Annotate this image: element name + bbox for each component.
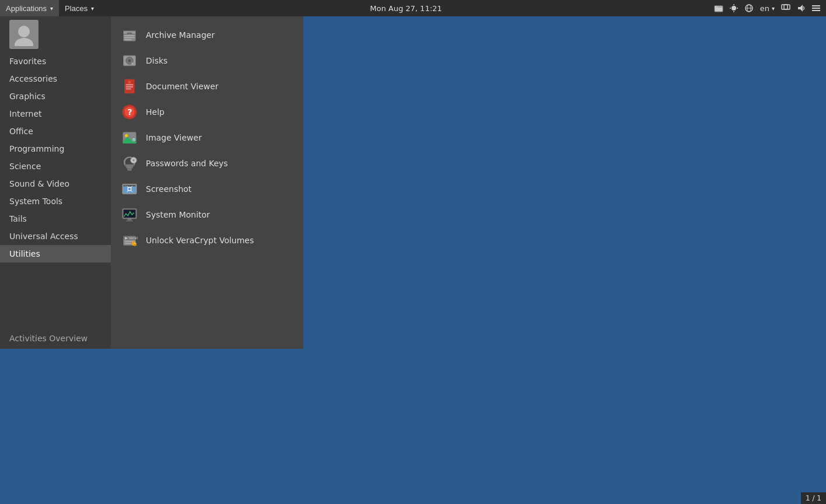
- svg-rect-63: [125, 243, 132, 244]
- app-item-document-viewer[interactable]: Document Viewer: [111, 74, 303, 99]
- app-item-unlock-veracrypt[interactable]: ▶ VeraCrypt 🔓 Unlock VeraCrypt Volumes: [111, 228, 303, 253]
- places-label: Places: [65, 4, 88, 13]
- sidebar-item-science[interactable]: Science: [0, 158, 111, 175]
- sidebar-item-programming[interactable]: Programming: [0, 140, 111, 158]
- sidebar: FavoritesAccessoriesGraphicsInternetOffi…: [0, 52, 111, 262]
- applications-menu-button[interactable]: Applications ▾: [0, 0, 59, 16]
- sidebar-item-universal-access[interactable]: Universal Access: [0, 228, 111, 245]
- image-viewer-icon: 🔍: [120, 128, 139, 147]
- svg-rect-31: [126, 89, 131, 90]
- svg-point-16: [18, 26, 30, 37]
- screenshot-label: Screenshot: [146, 184, 191, 194]
- system-monitor-icon: [120, 205, 139, 224]
- taskbar: Applications ▾ Places ▾ Mon Aug 27, 11:2…: [0, 0, 826, 16]
- language-button[interactable]: en ▾: [758, 0, 777, 16]
- image-viewer-label: Image Viewer: [146, 133, 202, 142]
- app-item-help[interactable]: ? Help: [111, 99, 303, 125]
- svg-text:▶ VeraCrypt: ▶ VeraCrypt: [125, 236, 138, 240]
- taskbar-center: Mon Aug 27, 11:21: [100, 4, 712, 13]
- sidebar-item-graphics[interactable]: Graphics: [0, 88, 111, 105]
- app-item-disks[interactable]: Disks: [111, 48, 303, 74]
- unlock-veracrypt-label: Unlock VeraCrypt Volumes: [146, 236, 254, 245]
- app-item-passwords-keys[interactable]: Passwords and Keys: [111, 150, 303, 176]
- svg-rect-49: [124, 186, 127, 186]
- svg-rect-14: [812, 8, 820, 9]
- sidebar-item-accessories[interactable]: Accessories: [0, 70, 111, 88]
- svg-rect-23: [124, 39, 131, 40]
- svg-rect-11: [784, 5, 790, 9]
- archive-manager-icon: [120, 26, 139, 44]
- sidebar-item-sound-video[interactable]: Sound & Video: [0, 175, 111, 192]
- svg-rect-56: [124, 209, 136, 218]
- svg-rect-22: [124, 37, 135, 38]
- svg-text:🔍: 🔍: [132, 137, 138, 143]
- unlock-veracrypt-icon: ▶ VeraCrypt 🔓: [120, 231, 139, 250]
- app-item-system-monitor[interactable]: System Monitor: [111, 202, 303, 228]
- svg-point-32: [128, 80, 131, 83]
- svg-point-2: [732, 6, 736, 10]
- sidebar-item-favorites[interactable]: Favorites: [0, 52, 111, 70]
- language-dropdown-arrow: ▾: [772, 5, 775, 12]
- svg-rect-21: [124, 35, 135, 36]
- settings-icon[interactable]: [810, 2, 822, 15]
- svg-point-17: [15, 38, 33, 46]
- svg-rect-1: [715, 6, 718, 8]
- apps-panel: Archive Manager Disks Document Viewer: [111, 16, 303, 349]
- svg-rect-20: [127, 33, 132, 34]
- help-icon: ?: [120, 103, 139, 121]
- svg-rect-58: [126, 220, 133, 222]
- taskbar-left: Applications ▾ Places ▾: [0, 0, 100, 16]
- user-avatar: [9, 20, 38, 49]
- svg-text:?: ?: [128, 107, 132, 117]
- disks-icon: [120, 51, 139, 70]
- svg-rect-29: [126, 85, 133, 86]
- svg-text:🔓: 🔓: [132, 241, 138, 246]
- places-menu-button[interactable]: Places ▾: [59, 0, 100, 16]
- application-menu: FavoritesAccessoriesGraphicsInternetOffi…: [0, 16, 303, 349]
- sidebar-item-tails[interactable]: Tails: [0, 210, 111, 228]
- applications-dropdown-arrow: ▾: [50, 5, 53, 12]
- system-monitor-label: System Monitor: [146, 210, 210, 219]
- taskbar-right: en ▾: [712, 0, 826, 16]
- svg-point-45: [132, 159, 135, 162]
- svg-rect-15: [812, 10, 820, 11]
- sidebar-item-office[interactable]: Office: [0, 123, 111, 140]
- datetime-display: Mon Aug 27, 11:21: [370, 4, 442, 13]
- network-icon[interactable]: [743, 2, 755, 15]
- disks-label: Disks: [146, 56, 167, 65]
- archive-manager-label: Archive Manager: [146, 30, 215, 40]
- status-label: 1 / 1: [806, 494, 821, 502]
- svg-rect-13: [812, 5, 820, 6]
- screenshot-icon: [120, 180, 139, 198]
- document-viewer-icon: [120, 77, 139, 96]
- sidebar-item-internet[interactable]: Internet: [0, 105, 111, 123]
- passwords-keys-icon: [120, 154, 139, 173]
- app-item-archive-manager[interactable]: Archive Manager: [111, 22, 303, 48]
- svg-marker-12: [798, 5, 803, 12]
- apps-list: Archive Manager Disks Document Viewer: [111, 22, 303, 253]
- svg-rect-30: [126, 86, 133, 88]
- applications-label: Applications: [6, 4, 47, 13]
- help-label: Help: [146, 107, 164, 117]
- passwords-keys-label: Passwords and Keys: [146, 159, 228, 168]
- brightness-icon[interactable]: [727, 2, 740, 15]
- sidebar-item-system-tools[interactable]: System Tools: [0, 192, 111, 210]
- svg-point-27: [132, 63, 134, 65]
- svg-point-26: [128, 59, 131, 62]
- places-dropdown-arrow: ▾: [91, 5, 94, 12]
- sidebar-item-utilities[interactable]: Utilities: [0, 245, 111, 262]
- svg-rect-10: [782, 5, 788, 9]
- language-label: en: [760, 4, 769, 13]
- display-icon[interactable]: [779, 2, 792, 15]
- svg-rect-57: [128, 219, 132, 220]
- file-manager-icon[interactable]: [712, 2, 725, 15]
- document-viewer-label: Document Viewer: [146, 82, 219, 91]
- app-item-screenshot[interactable]: Screenshot: [111, 176, 303, 202]
- activities-overview-item[interactable]: Activities Overview: [0, 328, 111, 349]
- status-bar: 1 / 1: [801, 492, 826, 504]
- app-item-image-viewer[interactable]: 🔍 Image Viewer: [111, 125, 303, 150]
- volume-icon[interactable]: [794, 2, 807, 15]
